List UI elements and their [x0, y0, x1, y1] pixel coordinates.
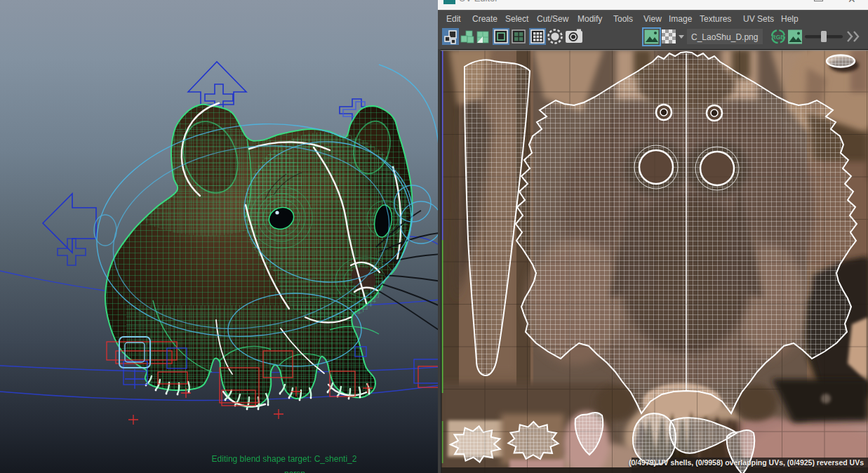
svg-text:Editing blend shape target: C_: Editing blend shape target: C_shenti_2: [212, 454, 357, 464]
svg-text:RGB: RGB: [772, 34, 785, 41]
svg-text:persp: persp: [284, 469, 305, 473]
svg-text:C_LaoShu_D.png: C_LaoShu_D.png: [691, 32, 758, 42]
